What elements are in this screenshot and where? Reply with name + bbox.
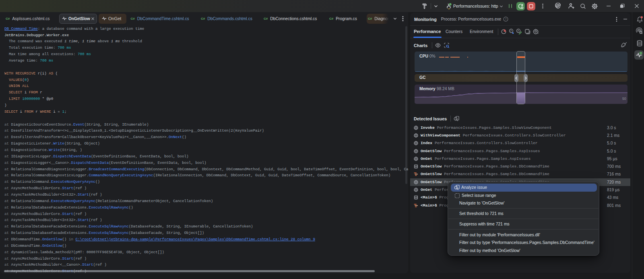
svg-text:?: ? [505, 17, 507, 21]
